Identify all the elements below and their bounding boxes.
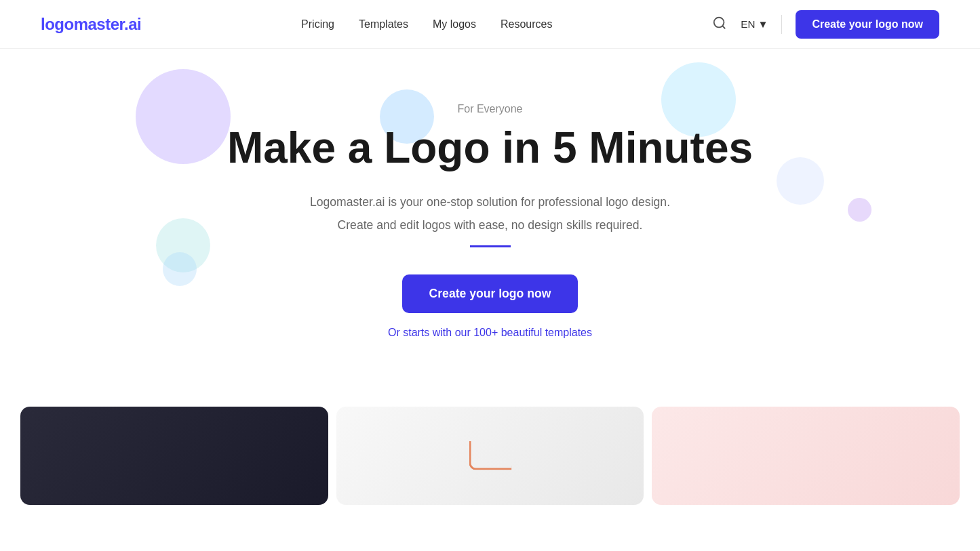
logo-accent: .ai xyxy=(124,15,141,33)
hero-subtitle-line1: Logomaster.ai is your one-stop solution … xyxy=(287,192,694,211)
svg-line-1 xyxy=(723,26,726,28)
nav-item-pricing[interactable]: Pricing xyxy=(301,18,334,30)
svg-point-0 xyxy=(714,17,724,27)
templates-link[interactable]: Or starts with our 100+ beautiful templa… xyxy=(14,327,966,339)
gallery-preview xyxy=(0,407,980,505)
nav-item-my-logos[interactable]: My logos xyxy=(433,18,476,30)
logo[interactable]: logomaster.ai xyxy=(41,15,141,34)
search-icon[interactable] xyxy=(712,16,727,33)
hero-subtitle-line2: Create and edit logos with ease, no desi… xyxy=(287,216,694,234)
nav-links: Pricing Templates My logos Resources xyxy=(301,18,552,30)
chevron-down-icon: ▼ xyxy=(758,18,768,30)
language-selector[interactable]: EN ▼ xyxy=(741,18,768,30)
hero-title: Make a Logo in 5 Minutes xyxy=(14,123,966,174)
nav-item-resources[interactable]: Resources xyxy=(501,18,552,30)
nav-cta-button[interactable]: Create your logo now xyxy=(796,10,939,39)
hero-divider xyxy=(470,245,511,247)
nav-right: EN ▼ Create your logo now xyxy=(712,10,939,39)
gallery-card-pink xyxy=(652,407,960,505)
gallery-card-white xyxy=(336,407,644,505)
hero-eyebrow: For Everyone xyxy=(14,103,966,115)
nav-item-templates[interactable]: Templates xyxy=(359,18,408,30)
decorative-circle-5 xyxy=(848,198,871,222)
gallery-card-dark xyxy=(20,407,328,505)
nav-divider xyxy=(781,15,782,34)
decorative-circle-6 xyxy=(156,218,210,272)
logo-text: logomaster xyxy=(41,15,124,33)
hero-cta-button[interactable]: Create your logo now xyxy=(402,274,579,313)
decorative-circle-7 xyxy=(163,252,197,286)
hero-section: For Everyone Make a Logo in 5 Minutes Lo… xyxy=(0,49,980,380)
navbar: logomaster.ai Pricing Templates My logos… xyxy=(0,0,980,49)
